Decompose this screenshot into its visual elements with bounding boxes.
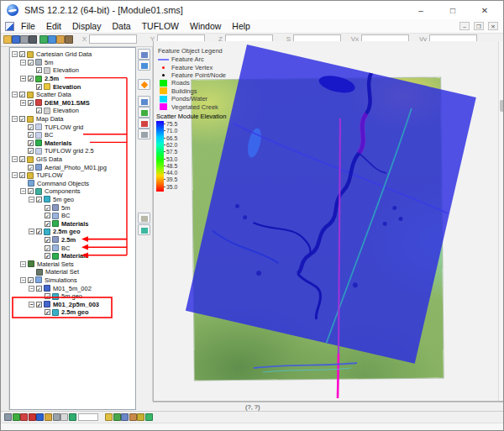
checkbox-checked-icon[interactable]: ✓: [19, 51, 25, 57]
expander-icon[interactable]: −: [29, 302, 34, 307]
measure-tool-icon[interactable]: [56, 35, 65, 44]
color-ramp-icon[interactable]: [138, 224, 150, 235]
tree-item-simulations-28[interactable]: −✓Simulations: [10, 276, 135, 285]
tree-item-bc-24[interactable]: ✓BC: [10, 244, 135, 252]
expander-icon[interactable]: −: [29, 286, 34, 292]
checkbox-checked-icon[interactable]: ✓: [36, 286, 42, 292]
checkbox-checked-icon[interactable]: ✓: [19, 172, 25, 178]
checkbox-checked-icon[interactable]: ✓: [28, 100, 34, 106]
tree-item-bc-20[interactable]: ✓BC: [10, 212, 135, 220]
gis-module-icon[interactable]: [53, 413, 60, 421]
expander-icon[interactable]: −: [12, 51, 18, 57]
checkbox-checked-icon[interactable]: ✓: [45, 237, 50, 243]
tree-item-materials-25[interactable]: ✓Materials: [10, 252, 135, 260]
checkbox-checked-icon[interactable]: ✓: [36, 197, 42, 202]
checkbox-checked-icon[interactable]: ✓: [45, 293, 50, 299]
checkbox-checked-icon[interactable]: ✓: [19, 92, 25, 97]
bottom-tool-icon-6[interactable]: [145, 413, 153, 421]
refresh-image-icon[interactable]: [39, 35, 48, 44]
expander-icon[interactable]: −: [12, 172, 18, 178]
tree-item-5m-geo-18[interactable]: −✓5m geo: [10, 196, 135, 204]
child-restore-button[interactable]: ❐: [474, 22, 484, 30]
tree-item-materials-11[interactable]: ✓Materials: [10, 139, 135, 148]
menu-data[interactable]: Data: [112, 21, 130, 31]
checkbox-checked-icon[interactable]: ✓: [28, 188, 34, 194]
tree-item-2-5m-geo-22[interactable]: −✓2.5m geo: [10, 228, 135, 236]
expander-icon[interactable]: −: [20, 261, 26, 267]
checkbox-checked-icon[interactable]: ✓: [45, 213, 50, 218]
create-feature-icon[interactable]: [138, 79, 150, 90]
frame-image-icon[interactable]: [138, 96, 150, 107]
checkbox-checked-icon[interactable]: ✓: [28, 60, 34, 66]
checkbox-checked-icon[interactable]: ✓: [19, 116, 25, 122]
tree-item-dem-m01-sms-6[interactable]: −✓DEM_M01.SMS: [10, 99, 135, 108]
menu-help[interactable]: Help: [232, 21, 250, 31]
scatter-display-icon[interactable]: [138, 118, 150, 129]
tools-icon[interactable]: [65, 35, 73, 44]
previous-view-icon[interactable]: [138, 213, 150, 223]
checkbox-checked-icon[interactable]: ✓: [45, 221, 50, 227]
tree-item-m01-2p5m-003-31[interactable]: −✓M01_2p5m_003: [10, 300, 135, 308]
checkbox-checked-icon[interactable]: ✓: [36, 302, 42, 307]
expander-icon[interactable]: −: [20, 100, 26, 106]
expander-icon[interactable]: −: [29, 197, 34, 202]
checkbox-checked-icon[interactable]: ✓: [28, 165, 34, 171]
cartesian-grid-module-icon[interactable]: [13, 413, 20, 421]
tree-item-tuflow-grid-9[interactable]: ✓TUFLOW grid: [10, 123, 135, 131]
child-minimize-button[interactable]: –: [459, 22, 470, 30]
expander-icon[interactable]: −: [12, 92, 18, 97]
tree-item-cartesian-grid-data-0[interactable]: −✓Cartesian Grid Data: [10, 50, 135, 59]
tree-item-elevation-7[interactable]: ✓Elevation: [10, 107, 135, 115]
tree-item-aerial-photo-m01-jpg-14[interactable]: ✓Aerial_Photo_M01.jpg: [10, 163, 135, 171]
x-input[interactable]: [89, 34, 137, 44]
bottom-tool-icon-3[interactable]: [121, 413, 129, 421]
tree-item-bc-10[interactable]: ✓BC: [10, 131, 135, 139]
checkbox-checked-icon[interactable]: ✓: [45, 309, 50, 315]
menu-file[interactable]: File: [21, 21, 35, 31]
river-module-icon[interactable]: [45, 413, 52, 421]
tree-item-5m-19[interactable]: ✓5m: [10, 203, 135, 212]
bottom-tool-icon-4[interactable]: [129, 413, 137, 421]
tree-item-tuflow-15[interactable]: −✓TUFLOW: [10, 171, 135, 180]
pointer-select-icon[interactable]: [138, 49, 150, 60]
checkbox-checked-icon[interactable]: ✓: [36, 67, 42, 73]
tree-item-elevation-2[interactable]: ✓Elevation: [10, 66, 135, 75]
print-icon[interactable]: [20, 35, 29, 44]
tree-item-components-17[interactable]: −✓Components: [10, 187, 135, 196]
tree-item-5m-geo-30[interactable]: ✓5m geo: [10, 292, 135, 301]
close-button[interactable]: ✕: [480, 6, 490, 15]
scatter-module-icon[interactable]: [20, 413, 28, 421]
tree-item-scatter-data-5[interactable]: −✓Scatter Data: [10, 91, 135, 99]
zoom-tool-icon[interactable]: [48, 35, 56, 44]
map-scrollbar[interactable]: [498, 41, 504, 402]
menu-edit[interactable]: Edit: [46, 21, 61, 31]
mesh-module-icon[interactable]: [4, 413, 12, 421]
delete-icon[interactable]: [29, 35, 37, 44]
checkbox-checked-icon[interactable]: ✓: [28, 148, 34, 154]
checkbox-checked-icon[interactable]: ✓: [45, 205, 50, 211]
curvilinear-grid-module-icon[interactable]: [29, 413, 36, 421]
menu-display[interactable]: Display: [72, 21, 101, 31]
tree-item-material-set-27[interactable]: Material Set: [10, 268, 135, 276]
maximize-button[interactable]: □: [448, 6, 458, 15]
tree-item-2-5m-geo-32[interactable]: ✓2.5m geo: [10, 308, 135, 317]
menu-tuflow[interactable]: TUFLOW: [142, 21, 179, 31]
tree-item-2-5m-23[interactable]: ✓2.5m: [10, 236, 135, 244]
particle-module-icon[interactable]: [60, 413, 68, 421]
checkbox-checked-icon[interactable]: ✓: [36, 84, 42, 90]
expander-icon[interactable]: −: [12, 156, 18, 162]
expander-icon[interactable]: −: [20, 76, 26, 81]
tree-item-map-data-8[interactable]: −✓Map Data: [10, 115, 135, 124]
checkbox-checked-icon[interactable]: ✓: [28, 277, 34, 283]
tree-item-5m-1[interactable]: −✓5m: [10, 59, 135, 67]
annotations-module-icon[interactable]: [69, 413, 76, 421]
expander-icon[interactable]: −: [12, 116, 18, 122]
bottom-tool-icon-1[interactable]: [105, 413, 113, 421]
zoom-magnifier-icon[interactable]: [138, 60, 150, 71]
child-close-button[interactable]: ✕: [488, 22, 498, 30]
checkbox-checked-icon[interactable]: ✓: [28, 132, 34, 138]
selection-box-icon[interactable]: [138, 129, 150, 139]
tree-item-tuflow-grid-2-5-12[interactable]: ✓TUFLOW grid 2.5: [10, 147, 135, 155]
grid-display-icon[interactable]: [138, 107, 150, 118]
tree-item-materials-21[interactable]: ✓Materials: [10, 219, 135, 228]
